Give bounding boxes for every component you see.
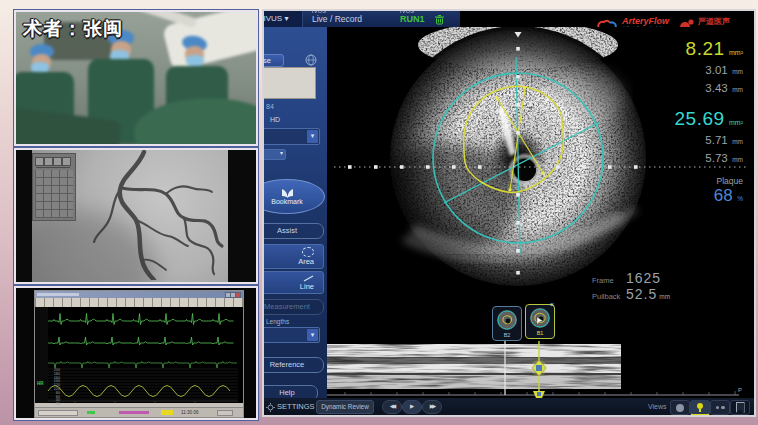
lumen-d2: 3.43 mm — [675, 78, 744, 96]
frame-label: Frame — [592, 276, 626, 285]
flag-icon — [736, 402, 745, 413]
ivus-console: IVUS ▾ IVUS Live / Record IVUS RUN1 Arte… — [262, 9, 756, 417]
catheter-dropdown[interactable]: ▾ — [264, 128, 320, 145]
device-label: IVUS — [312, 9, 362, 14]
bookmark-thumb-b1[interactable]: × B1 — [525, 304, 555, 339]
globe-icon[interactable] — [305, 54, 317, 66]
vessel-area-value: 25.69 — [675, 108, 725, 129]
line-tool-button[interactable]: Line — [264, 271, 324, 294]
measurement-readouts: 8.21 mm² 3.01 mm 3.43 mm 25.69 mm² 5.71 … — [675, 38, 744, 206]
clock: 11:30:06 — [181, 410, 199, 415]
pause-button[interactable]: se — [264, 54, 284, 67]
close-icon[interactable]: × — [550, 301, 554, 308]
views-label: Views — [648, 403, 667, 410]
trash-icon[interactable] — [434, 14, 445, 25]
lollipop-view-icon — [697, 403, 703, 412]
palette-button[interactable] — [35, 157, 44, 166]
view-dual-button[interactable] — [710, 400, 730, 415]
vessel-area-unit: mm² — [729, 119, 743, 126]
assist-button[interactable]: Assist — [264, 223, 324, 239]
bookmark-label: B1 — [537, 330, 544, 336]
circle-view-icon — [676, 404, 684, 412]
pullback-label: Pullback — [592, 292, 626, 301]
vessel-d1: 5.71 mm — [675, 130, 744, 148]
lumen-d1: 3.01 mm — [675, 60, 744, 78]
play-icon: ▶ — [410, 403, 414, 409]
plaque-value: 68 % — [675, 186, 744, 206]
run-label: RUN1 — [400, 14, 425, 24]
settings-button[interactable]: SETTINGS — [266, 402, 315, 412]
drvoice-cn: 严道医声 — [698, 17, 730, 26]
ecg-title-text — [37, 293, 79, 296]
device-label: IVUS — [400, 9, 425, 14]
view-single-button[interactable] — [670, 400, 690, 415]
lengths-dropdown[interactable]: ▾ — [264, 327, 320, 343]
ecg-chart-area: 200 180 160 140 120 100 80 60 40 20 HR — [35, 307, 243, 403]
bookmark-button-label: Bookmark — [271, 198, 303, 205]
mode-indicator: IVUS Live / Record — [312, 9, 362, 24]
fast-forward-button[interactable]: ▶▶ — [422, 400, 442, 414]
console-topbar: IVUS ▾ IVUS Live / Record IVUS RUN1 — [264, 11, 460, 27]
book-icon — [281, 188, 294, 198]
mini-dropdown[interactable]: ▾ — [264, 149, 286, 160]
tab-ivus[interactable]: IVUS ▾ — [262, 11, 303, 27]
run-id-label: 84 — [266, 103, 274, 110]
pullback-value: 52.5 — [626, 286, 657, 302]
tab-label: IVUS — [264, 14, 283, 23]
longitudinal-view[interactable]: D P — [319, 341, 744, 399]
bookmark-thumb-b2[interactable]: B2 — [492, 306, 522, 341]
ruler-proximal-label: P — [738, 387, 742, 393]
operator-name-overlay: 术者：张闽 — [23, 16, 123, 42]
dynamic-review-button[interactable]: Dynamic Review — [316, 400, 374, 414]
palette-button[interactable] — [62, 157, 71, 166]
rewind-button[interactable]: ◀◀ — [382, 400, 402, 414]
console-bottombar: Dynamic Review ◀◀ ▶ ▶▶ Views — [264, 398, 754, 415]
pressure-axis-labels: 200 180 160 140 120 100 80 60 40 20 — [49, 369, 60, 398]
plaque-label: Plaque — [675, 176, 744, 186]
palette-button[interactable] — [44, 157, 53, 166]
reference-button[interactable]: Reference — [264, 357, 324, 373]
measurement-button: Measurement — [264, 299, 324, 315]
console-sidebar: se 84 HD ▾ ▾ Bookmark Assist Area Line M… — [264, 27, 327, 415]
lengths-label: Lengths — [266, 318, 289, 325]
hr-label: HR — [37, 381, 44, 386]
preview-thumbnail[interactable] — [264, 67, 316, 99]
hd-label: HD — [270, 116, 280, 123]
frame-value: 1625 — [626, 270, 661, 286]
ecg-window: 200 180 160 140 120 100 80 60 40 20 HR 1… — [34, 290, 244, 418]
thumb-image — [527, 305, 553, 331]
palette-icon-grid[interactable] — [35, 170, 73, 218]
chevron-down-icon: ▾ — [307, 130, 318, 143]
angiography-video — [14, 148, 258, 284]
view-flag-button[interactable] — [730, 400, 750, 415]
chevron-down-icon: ▾ — [280, 149, 283, 156]
ecg-titlebar — [35, 291, 243, 298]
vessel-area: 25.69 mm² — [675, 108, 744, 130]
lumen-area-value: 8.21 — [686, 38, 725, 59]
gear-icon — [266, 403, 275, 412]
palette-button[interactable] — [53, 157, 62, 166]
play-button[interactable]: ▶ — [402, 400, 422, 414]
lumen-area: 8.21 mm² — [675, 38, 744, 60]
bookmark-button[interactable]: Bookmark — [264, 179, 325, 214]
right-mask-bar — [228, 150, 256, 282]
status-box — [217, 410, 233, 416]
status-alarm-text — [119, 411, 149, 414]
area-tool-button[interactable]: Area — [264, 244, 324, 269]
thumb-image — [494, 307, 520, 333]
frame-row: Frame 1625 — [592, 270, 670, 286]
machine-arm — [128, 10, 198, 29]
angio-tool-palette[interactable] — [32, 153, 76, 221]
view-tomographic-button[interactable] — [690, 400, 710, 416]
surgeon3-mask — [186, 55, 204, 66]
chevron-down-icon: ▾ — [307, 329, 318, 341]
screen: { "window": {"operator_overlay": "术者：张闽"… — [0, 0, 758, 425]
pullback-row: Pullback 52.5 mm — [592, 286, 670, 302]
bookmark-label: B2 — [504, 332, 511, 338]
pullback-unit: mm — [659, 293, 670, 300]
fast-forward-icon: ▶▶ — [430, 403, 434, 409]
line-icon — [303, 275, 314, 282]
status-green-indicator — [87, 411, 95, 414]
mode-label: Live / Record — [312, 14, 362, 24]
palette-slider[interactable] — [36, 167, 70, 168]
